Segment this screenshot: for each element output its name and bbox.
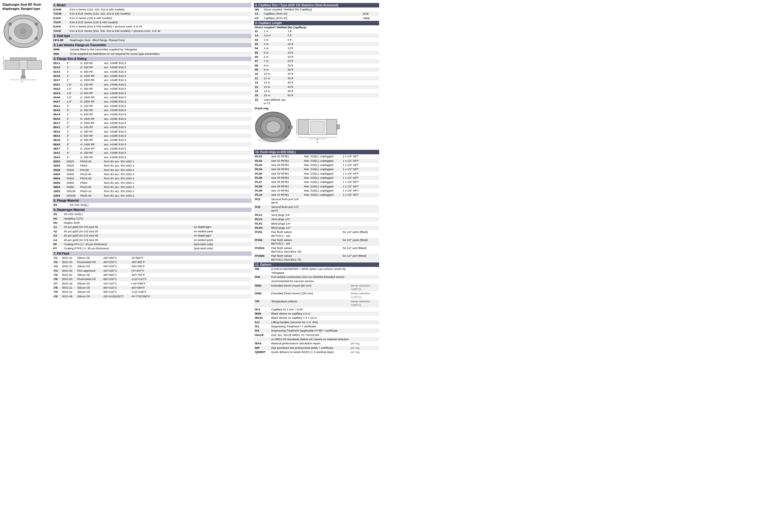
size-cell: 1": [66, 74, 79, 78]
code-cell: TXCM: [53, 12, 69, 16]
rating-cell: cl. 600 RF: [79, 112, 103, 117]
std-cell: acc. ASME B16.5: [103, 82, 252, 87]
extra-cell: (temp reduction <175°C): [350, 291, 379, 299]
code-cell: 08: [254, 63, 263, 68]
seal-table: DFS-BFDiaphragm Seal - Blind flange, Rai…: [53, 38, 252, 42]
rating-cell: cl. 300 RF: [79, 87, 103, 91]
code-cell: 08A4: [53, 134, 66, 138]
std-cell: acc. ASME B16.5: [103, 125, 252, 129]
code-cell: /FV92N: [254, 254, 270, 262]
options-row: or MR01-03 standards (latest ed.) based …: [254, 337, 379, 341]
oil-cell: BSO-40: [61, 269, 76, 273]
model-row: EJAPEJA-A Series (130 & 440 models): [53, 16, 252, 20]
type-cell: Silicon Oil: [76, 286, 102, 290]
conn-cell: 1 x 1/2" NPT: [342, 176, 379, 180]
size-cell: 1": [66, 78, 79, 82]
flush-row: /FLP1Blind plugs 1/4": [254, 222, 379, 226]
desc-cell: Basecal performance calculation report: [270, 341, 350, 345]
code-cell: 08A7: [53, 146, 66, 151]
rating-cell: cl. 300 RF: [79, 155, 103, 159]
extra-cell: per tag: [350, 341, 379, 345]
flush-row: /FL04size 04 RF/B1Mat. 316(L); unplugged…: [254, 167, 379, 171]
cap-length-row: 1313 m43 ft: [254, 85, 379, 89]
desc-cell: Duplex 2205: [63, 221, 193, 225]
code-cell: /FL04: [254, 167, 270, 171]
flush-row: /FL06size 05 RF/B1Mat. 316(L); unplugged…: [254, 176, 379, 180]
rating-cell: PN10-40: [79, 185, 103, 189]
m-cell: 2 m: [263, 38, 287, 42]
desc-cell: Vent plugs 1/2": [270, 217, 303, 221]
code-cell: /NACE: [254, 333, 270, 337]
section-4-header: 4. Flange Size & Rating: [53, 56, 252, 61]
extra-cell: -40/+482°F: [130, 260, 252, 264]
oil-cell: BSO-25: [61, 260, 76, 264]
mat-cell: Mat. 316(L); unplugged: [303, 176, 342, 180]
dm-row: A440 µm gold (24 Crt) size 08on wetted p…: [53, 238, 252, 242]
m-cell: 7 m: [263, 59, 287, 63]
product-image: [2, 13, 44, 49]
extra-cell: for 1/4" port (fitted): [342, 246, 379, 254]
desc-cell: EJA & EJX Series (110, 120, 310 & 430 mo…: [69, 12, 252, 16]
m-cell: 4 m: [263, 46, 287, 50]
flange-row: 02A61"cl. 1500 RFacc. ASME B16.5: [53, 74, 252, 78]
cap-size-row: C1Capillary (2mm ID)axial: [254, 12, 379, 16]
options-row: /TRTemperature reducer(temp reduction <2…: [254, 299, 379, 308]
section-10-header: 10. Flush rings in AISI 316(L): [254, 150, 379, 154]
size-cell: DN50: [66, 181, 79, 185]
desc-cell: Full welded construction (N/A for 500/60…: [270, 275, 350, 279]
desc-cell: size 04 RF/B1: [270, 163, 303, 167]
cap-length-row: 1A1,5 m5 ft: [254, 33, 379, 38]
flange-row: 02A71"cl. 2500 RFacc. ASME B16.5: [53, 78, 252, 82]
code-cell: /FL08: [254, 184, 270, 189]
flush-row: /FL10size 10 RF/B1Mat. 316(L); unplugged…: [254, 193, 379, 197]
m-cell: 1,5 m: [263, 33, 287, 38]
std-cell: form B1 acc. EN 1092-1: [103, 181, 252, 185]
size-cell: DN25: [66, 159, 79, 163]
flush-table: /FL01size 02 RF/B1Mat. 316(L); unplugged…: [254, 154, 379, 262]
size-cell: 3": [66, 125, 79, 129]
flange-row: 02D4DN25PN10-40form B1 acc. EN 1092-1: [53, 159, 252, 163]
rating-cell: cl. 300 RF: [79, 65, 103, 69]
extra-cell: -112/+248°F: [130, 290, 252, 294]
rating-cell: cl. 900 RF: [79, 138, 103, 142]
code-cell: C1: [254, 12, 263, 16]
code-cell: /FW: [254, 275, 270, 279]
oil-cell: BSO-42: [61, 256, 76, 260]
cap-length-row: 088 m25 ft: [254, 63, 379, 68]
code-cell: TXCP: [53, 20, 69, 25]
flange-row: 08A63"cl. 1500 RFacc. ASME B16.5: [53, 142, 252, 146]
conn-cell: 1 x 1/4" NPT: [342, 154, 379, 158]
code-cell: 03: [254, 42, 263, 46]
options-row: /K2Degreasing Treatment (applicable F2 f…: [254, 328, 379, 333]
desc-cell: 40 µm gold (24 Crt) size 05: [63, 229, 193, 233]
flush-ring-label: Flush ring: [255, 107, 378, 110]
code-cell: /FL10: [254, 193, 270, 197]
cap-length-row: 1212 m40 ft: [254, 80, 379, 85]
model-row: EJADEJA-A Series (510 & 530 models) + pr…: [53, 25, 252, 29]
desc-cell: Blind plugs 1/2": [270, 226, 303, 230]
desc-cell: Capillary (2mm ID): [263, 16, 362, 20]
desc-cell: 25 µm gold (24 Crt) size 08: [63, 233, 193, 238]
dm-table: SSSS AISI 316(L)HCHastelloy C276DUDuplex…: [53, 212, 252, 250]
code-cell: /FL09: [254, 189, 270, 193]
extra-cell: on diaphragm: [193, 233, 252, 238]
std-cell: acc. ASME B16.5: [103, 87, 252, 91]
code-cell: -F1: [53, 256, 61, 260]
desc-cell: Extended Direct mount (80 mm): [270, 284, 350, 292]
code-cell: /FV91N: [254, 246, 270, 254]
code-cell: 10D4: [53, 194, 66, 198]
code-cell: A2: [53, 229, 63, 233]
desc-cell: size 02 RF/B1: [270, 159, 303, 163]
extra-cell: -4/+770(788)°F: [130, 294, 252, 299]
flange-row: 08A53"cl. 900 RFacc. ASME B16.5: [53, 138, 252, 142]
flange-row: 04A71,5"cl. 2500 RFacc. ASME B16.5: [53, 100, 252, 104]
conn-cell: 1 x 1/2" NPT: [342, 167, 379, 171]
section-11-header: 11. Options: [254, 262, 379, 267]
rating-cell: cl. 2500 RF: [79, 100, 103, 104]
type-cell: Silicon Oil: [76, 264, 102, 268]
code-cell: 08A5: [53, 138, 66, 142]
std-cell: acc. ASME B16.5: [103, 70, 252, 74]
std-cell: acc. ASME B16.5: [103, 138, 252, 142]
size-cell: 1": [66, 70, 79, 74]
flange-row: 08A43"cl. 600 RFacc. ASME B16.5: [53, 134, 252, 138]
